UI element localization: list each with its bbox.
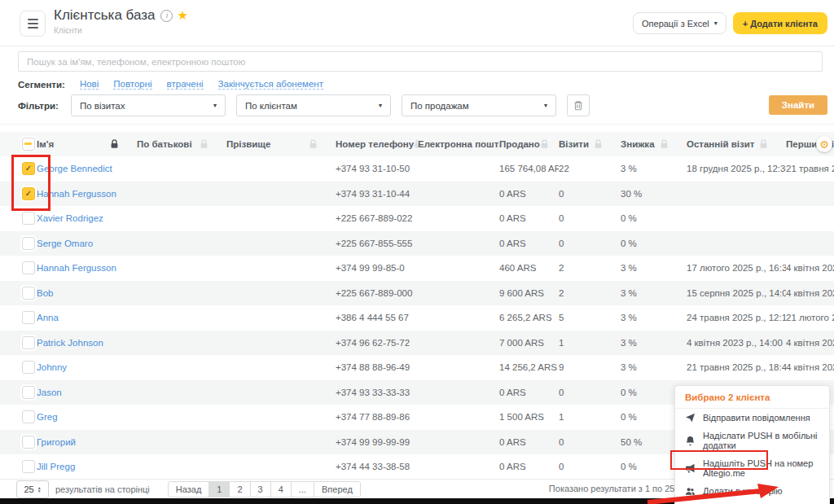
segment-new[interactable]: Нові bbox=[80, 79, 99, 90]
select-all-checkbox[interactable] bbox=[22, 138, 35, 151]
page-button-3[interactable]: 3 bbox=[251, 482, 271, 497]
page-button-2[interactable]: 2 bbox=[230, 482, 250, 497]
filter-by-clients-select[interactable]: По клієнтам ▾ bbox=[236, 94, 391, 116]
selection-actions-popup: Вибрано 2 клієнта Відправити повідомленн… bbox=[674, 385, 830, 504]
client-name-link[interactable]: Hannah Fergusson bbox=[37, 189, 116, 199]
chevron-down-icon: ▾ bbox=[714, 20, 718, 27]
row-checkbox[interactable] bbox=[22, 361, 35, 374]
cell-phone: +225 667-889-022 bbox=[336, 213, 418, 223]
cell-last-visit: 4 квітня 2023 р., 14:00 bbox=[687, 338, 786, 348]
row-checkbox[interactable] bbox=[22, 410, 35, 423]
cell-sold: 0 ARS bbox=[499, 462, 559, 471]
name-cell: Greg bbox=[37, 412, 137, 422]
client-name-link[interactable]: Григорий bbox=[37, 437, 76, 447]
cell-visits: 0 bbox=[559, 239, 621, 248]
page-button-...[interactable]: ... bbox=[292, 482, 314, 497]
per-page-select[interactable]: 25 ▲▼ bbox=[16, 480, 49, 498]
column-header-7[interactable]: Візити bbox=[559, 139, 621, 149]
column-header-9[interactable]: Останній візит bbox=[687, 139, 786, 149]
clear-filters-button[interactable] bbox=[567, 94, 590, 116]
column-header-label: Номер телефону bbox=[336, 139, 414, 149]
page-title: Клієнтська база bbox=[54, 7, 155, 24]
checkbox-cell bbox=[0, 261, 37, 274]
row-checkbox[interactable] bbox=[22, 261, 35, 274]
column-header-1[interactable]: Ім'я bbox=[37, 139, 137, 149]
client-name-link[interactable]: Serge Omaro bbox=[37, 239, 93, 248]
filter-by-visits-select[interactable]: По візитах ▾ bbox=[71, 94, 226, 116]
row-checkbox[interactable] bbox=[22, 212, 35, 225]
column-header-label: По батькові bbox=[137, 139, 192, 149]
row-checkbox[interactable]: ✓ bbox=[22, 187, 35, 200]
row-checkbox[interactable] bbox=[22, 460, 35, 473]
client-name-link[interactable]: Anna bbox=[37, 313, 59, 322]
name-cell: Serge Omaro bbox=[37, 239, 137, 248]
add-client-button[interactable]: + Додати клієнта bbox=[733, 12, 827, 34]
menu-item-push-mobile[interactable]: Надіслати PUSH в мобільні додатки bbox=[675, 427, 829, 454]
client-name-link[interactable]: Xavier Rodrigez bbox=[37, 213, 103, 223]
row-checkbox[interactable] bbox=[22, 287, 35, 300]
search-input[interactable] bbox=[18, 51, 823, 72]
row-checkbox[interactable] bbox=[22, 311, 35, 324]
cell-visits: 22 bbox=[559, 164, 621, 173]
segment-lost[interactable]: втрачені bbox=[167, 79, 204, 90]
cell-phone: +225 667-855-555 bbox=[336, 239, 418, 248]
row-checkbox[interactable] bbox=[22, 436, 35, 449]
row-checkbox[interactable] bbox=[22, 237, 35, 250]
cell-phone: +374 96 62-75-72 bbox=[336, 338, 418, 348]
page-button-1[interactable]: 1 bbox=[209, 482, 230, 497]
row-checkbox[interactable]: ✓ bbox=[22, 162, 35, 175]
column-header-4[interactable]: Номер телефону bbox=[336, 139, 418, 149]
client-name-link[interactable]: Greg bbox=[37, 412, 58, 422]
column-header-5[interactable]: Електронна пошта bbox=[418, 139, 499, 149]
cell-phone: +374 93 31-10-50 bbox=[336, 164, 418, 173]
column-header-3[interactable]: Прізвище bbox=[226, 139, 336, 149]
lock-icon bbox=[594, 139, 603, 149]
cell-phone: +374 99 99-99-99 bbox=[336, 437, 418, 447]
client-name-link[interactable]: Jill Pregg bbox=[37, 462, 75, 471]
filter-by-sales-select[interactable]: По продажам ▾ bbox=[402, 94, 556, 116]
chevron-down-icon: ▾ bbox=[213, 102, 217, 109]
table-row: Johnny+374 88 88-96-4914 256,2 ARS93 %21… bbox=[0, 355, 834, 380]
menu-item-add-to-category[interactable]: Додати в категорію bbox=[675, 482, 829, 500]
name-cell: Hannah Fergusson bbox=[37, 263, 137, 273]
segment-repeat[interactable]: Повторні bbox=[113, 79, 151, 90]
table-row: Patrick Johnson+374 96 62-75-727 000 ARS… bbox=[0, 331, 834, 356]
hamburger-menu-button[interactable] bbox=[20, 11, 46, 37]
client-name-link[interactable]: Hannah Fergusson bbox=[37, 263, 116, 273]
chevron-down-icon: ▾ bbox=[544, 102, 547, 109]
page-button-4[interactable]: 4 bbox=[271, 482, 292, 497]
find-button[interactable]: Знайти bbox=[769, 95, 827, 115]
row-checkbox[interactable] bbox=[22, 336, 35, 349]
excel-operations-button[interactable]: Операції з Excel ▾ bbox=[633, 12, 726, 34]
cell-last-visit: 24 травня 2025 р., 12:15 bbox=[687, 313, 786, 322]
cell-visits: 2 bbox=[559, 288, 621, 298]
column-header-2[interactable]: По батькові bbox=[137, 139, 226, 149]
menu-item-push-altegio[interactable]: Надішліть PUSH на номер Altegio.me bbox=[675, 454, 829, 482]
table-settings-gear-icon[interactable]: ⚙ bbox=[816, 136, 832, 152]
client-name-link[interactable]: Johnny bbox=[37, 362, 67, 372]
star-icon[interactable]: ★ bbox=[177, 8, 187, 23]
divider bbox=[0, 124, 834, 125]
page-button-Вперед[interactable]: Вперед bbox=[314, 482, 360, 497]
cell-sold: 0 ARS bbox=[499, 437, 559, 447]
client-name-link[interactable]: Patrick Johnson bbox=[37, 338, 103, 348]
table-row: Anna+386 4 444 55 676 265,2 ARS53 %24 тр… bbox=[0, 305, 834, 331]
menu-item-delete-from-base[interactable]: Видалити з бази bbox=[675, 500, 829, 504]
cell-discount: 3 % bbox=[621, 313, 687, 322]
segment-subscription-ending[interactable]: Закінчується абонемент bbox=[218, 79, 323, 90]
cell-sold: 14 256,2 ARS bbox=[499, 362, 559, 372]
client-name-link[interactable]: Bob bbox=[37, 288, 53, 298]
menu-item-send-message[interactable]: Відправити повідомлення bbox=[675, 409, 829, 427]
page-button-Назад[interactable]: Назад bbox=[169, 482, 210, 497]
info-icon[interactable]: i bbox=[160, 10, 173, 22]
row-checkbox[interactable] bbox=[22, 386, 35, 399]
column-header-6[interactable]: Продано bbox=[499, 139, 559, 149]
cell-visits: 1 bbox=[559, 412, 621, 422]
client-name-link[interactable]: Jason bbox=[37, 388, 62, 397]
name-cell: Григорий bbox=[37, 437, 137, 447]
name-cell: Anna bbox=[37, 313, 137, 322]
column-header-8[interactable]: Знижка bbox=[621, 139, 687, 149]
client-name-link[interactable]: George Bennedict bbox=[37, 164, 112, 173]
name-cell: Jill Pregg bbox=[37, 462, 137, 471]
cell-visits: 0 bbox=[559, 462, 621, 471]
